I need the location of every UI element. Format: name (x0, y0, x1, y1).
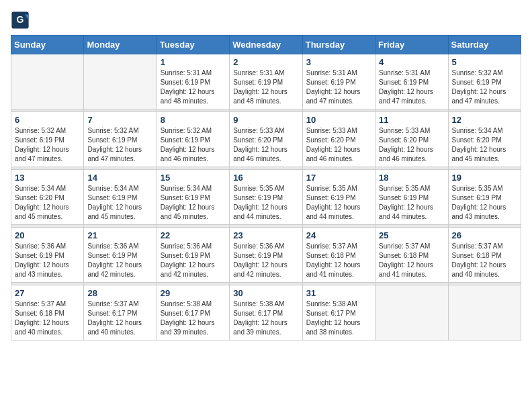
day-number: 30 (233, 288, 298, 298)
calendar-day: 9Sunrise: 5:33 AM Sunset: 6:20 PM Daylig… (230, 112, 302, 167)
calendar-day: 3Sunrise: 5:31 AM Sunset: 6:19 PM Daylig… (302, 54, 375, 109)
day-info: Sunrise: 5:36 AM Sunset: 6:19 PM Dayligh… (161, 242, 226, 279)
day-header-sunday: Sunday (11, 36, 84, 54)
calendar-day: 22Sunrise: 5:36 AM Sunset: 6:19 PM Dayli… (157, 228, 229, 283)
day-info: Sunrise: 5:38 AM Sunset: 6:17 PM Dayligh… (161, 300, 226, 337)
day-info: Sunrise: 5:34 AM Sunset: 6:19 PM Dayligh… (87, 184, 152, 222)
day-number: 24 (306, 230, 371, 240)
day-info: Sunrise: 5:35 AM Sunset: 6:19 PM Dayligh… (379, 184, 444, 222)
day-info: Sunrise: 5:33 AM Sunset: 6:20 PM Dayligh… (379, 126, 444, 164)
calendar-day: 17Sunrise: 5:35 AM Sunset: 6:19 PM Dayli… (302, 170, 375, 225)
day-header-saturday: Saturday (448, 36, 521, 54)
day-number: 14 (87, 173, 152, 183)
calendar-day: 28Sunrise: 5:37 AM Sunset: 6:17 PM Dayli… (84, 285, 157, 340)
calendar-week-2: 6Sunrise: 5:32 AM Sunset: 6:19 PM Daylig… (11, 112, 521, 167)
day-number: 22 (161, 230, 226, 240)
day-number: 27 (15, 288, 80, 298)
day-info: Sunrise: 5:36 AM Sunset: 6:19 PM Dayligh… (233, 242, 298, 279)
day-number: 4 (379, 57, 444, 67)
calendar-day (375, 285, 448, 340)
day-number: 2 (233, 57, 298, 67)
calendar-day: 8Sunrise: 5:32 AM Sunset: 6:19 PM Daylig… (157, 112, 229, 167)
day-info: Sunrise: 5:32 AM Sunset: 6:19 PM Dayligh… (452, 68, 517, 106)
calendar-day: 10Sunrise: 5:33 AM Sunset: 6:20 PM Dayli… (302, 112, 375, 167)
day-info: Sunrise: 5:34 AM Sunset: 6:20 PM Dayligh… (15, 184, 80, 222)
calendar-day: 12Sunrise: 5:34 AM Sunset: 6:20 PM Dayli… (448, 112, 521, 167)
calendar-day: 11Sunrise: 5:33 AM Sunset: 6:20 PM Dayli… (375, 112, 448, 167)
calendar-day: 15Sunrise: 5:34 AM Sunset: 6:19 PM Dayli… (157, 170, 229, 225)
logo: G (11, 11, 32, 30)
day-info: Sunrise: 5:38 AM Sunset: 6:17 PM Dayligh… (233, 300, 298, 337)
day-info: Sunrise: 5:35 AM Sunset: 6:19 PM Dayligh… (452, 184, 517, 222)
calendar-day (448, 285, 521, 340)
logo-icon: G (11, 11, 30, 30)
day-number: 23 (233, 230, 298, 240)
day-info: Sunrise: 5:33 AM Sunset: 6:20 PM Dayligh… (233, 126, 298, 164)
day-info: Sunrise: 5:36 AM Sunset: 6:19 PM Dayligh… (15, 242, 80, 279)
calendar-day: 23Sunrise: 5:36 AM Sunset: 6:19 PM Dayli… (230, 228, 302, 283)
day-info: Sunrise: 5:37 AM Sunset: 6:17 PM Dayligh… (87, 300, 152, 337)
day-info: Sunrise: 5:37 AM Sunset: 6:18 PM Dayligh… (306, 242, 371, 279)
day-number: 20 (15, 230, 80, 240)
day-number: 26 (452, 230, 517, 240)
calendar-day: 4Sunrise: 5:31 AM Sunset: 6:19 PM Daylig… (375, 54, 448, 109)
calendar-day: 7Sunrise: 5:32 AM Sunset: 6:19 PM Daylig… (84, 112, 157, 167)
day-info: Sunrise: 5:37 AM Sunset: 6:18 PM Dayligh… (15, 300, 80, 337)
day-number: 11 (379, 115, 444, 125)
calendar-day: 13Sunrise: 5:34 AM Sunset: 6:20 PM Dayli… (11, 170, 84, 225)
calendar-day: 27Sunrise: 5:37 AM Sunset: 6:18 PM Dayli… (11, 285, 84, 340)
day-number: 13 (15, 173, 80, 183)
calendar-day: 1Sunrise: 5:31 AM Sunset: 6:19 PM Daylig… (157, 54, 229, 109)
day-number: 3 (306, 57, 371, 67)
calendar-week-5: 27Sunrise: 5:37 AM Sunset: 6:18 PM Dayli… (11, 285, 521, 340)
day-info: Sunrise: 5:34 AM Sunset: 6:20 PM Dayligh… (452, 126, 517, 164)
day-info: Sunrise: 5:37 AM Sunset: 6:18 PM Dayligh… (379, 242, 444, 279)
calendar-day: 24Sunrise: 5:37 AM Sunset: 6:18 PM Dayli… (302, 228, 375, 283)
day-number: 16 (233, 173, 298, 183)
day-number: 9 (233, 115, 298, 125)
day-info: Sunrise: 5:38 AM Sunset: 6:17 PM Dayligh… (306, 300, 371, 337)
calendar-day: 6Sunrise: 5:32 AM Sunset: 6:19 PM Daylig… (11, 112, 84, 167)
day-header-monday: Monday (84, 36, 157, 54)
day-number: 28 (87, 288, 152, 298)
calendar-day: 14Sunrise: 5:34 AM Sunset: 6:19 PM Dayli… (84, 170, 157, 225)
calendar-day: 21Sunrise: 5:36 AM Sunset: 6:19 PM Dayli… (84, 228, 157, 283)
day-number: 6 (15, 115, 80, 125)
day-number: 29 (161, 288, 226, 298)
day-number: 7 (87, 115, 152, 125)
day-info: Sunrise: 5:36 AM Sunset: 6:19 PM Dayligh… (87, 242, 152, 279)
calendar-day: 20Sunrise: 5:36 AM Sunset: 6:19 PM Dayli… (11, 228, 84, 283)
day-number: 19 (452, 173, 517, 183)
day-number: 17 (306, 173, 371, 183)
calendar-day: 19Sunrise: 5:35 AM Sunset: 6:19 PM Dayli… (448, 170, 521, 225)
page-header: G (11, 11, 521, 30)
calendar-day: 18Sunrise: 5:35 AM Sunset: 6:19 PM Dayli… (375, 170, 448, 225)
calendar-day: 29Sunrise: 5:38 AM Sunset: 6:17 PM Dayli… (157, 285, 229, 340)
calendar-day: 16Sunrise: 5:35 AM Sunset: 6:19 PM Dayli… (230, 170, 302, 225)
day-info: Sunrise: 5:37 AM Sunset: 6:18 PM Dayligh… (452, 242, 517, 279)
day-number: 8 (161, 115, 226, 125)
calendar-week-4: 20Sunrise: 5:36 AM Sunset: 6:19 PM Dayli… (11, 228, 521, 283)
day-header-thursday: Thursday (302, 36, 375, 54)
day-number: 10 (306, 115, 371, 125)
day-info: Sunrise: 5:32 AM Sunset: 6:19 PM Dayligh… (161, 126, 226, 164)
day-info: Sunrise: 5:31 AM Sunset: 6:19 PM Dayligh… (306, 68, 371, 106)
calendar-day: 25Sunrise: 5:37 AM Sunset: 6:18 PM Dayli… (375, 228, 448, 283)
day-info: Sunrise: 5:35 AM Sunset: 6:19 PM Dayligh… (233, 184, 298, 222)
day-info: Sunrise: 5:31 AM Sunset: 6:19 PM Dayligh… (233, 68, 298, 106)
day-number: 5 (452, 57, 517, 67)
day-info: Sunrise: 5:32 AM Sunset: 6:19 PM Dayligh… (15, 126, 80, 164)
day-number: 21 (87, 230, 152, 240)
calendar-day: 2Sunrise: 5:31 AM Sunset: 6:19 PM Daylig… (230, 54, 302, 109)
day-number: 25 (379, 230, 444, 240)
day-info: Sunrise: 5:31 AM Sunset: 6:19 PM Dayligh… (161, 68, 226, 106)
calendar-day: 5Sunrise: 5:32 AM Sunset: 6:19 PM Daylig… (448, 54, 521, 109)
day-info: Sunrise: 5:31 AM Sunset: 6:19 PM Dayligh… (379, 68, 444, 106)
day-number: 12 (452, 115, 517, 125)
svg-text:G: G (17, 14, 24, 25)
calendar-table: SundayMondayTuesdayWednesdayThursdayFrid… (11, 35, 521, 340)
day-number: 18 (379, 173, 444, 183)
day-header-tuesday: Tuesday (157, 36, 229, 54)
calendar-header-row: SundayMondayTuesdayWednesdayThursdayFrid… (11, 36, 521, 54)
day-number: 31 (306, 288, 371, 298)
